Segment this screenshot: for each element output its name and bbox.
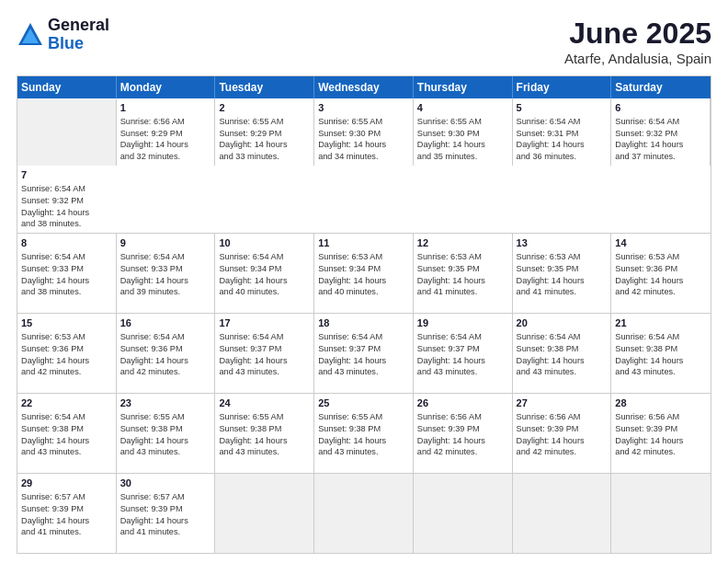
title-location: Atarfe, Andalusia, Spain (564, 51, 711, 66)
header-tuesday: Tuesday (215, 76, 314, 98)
empty-cell (215, 474, 314, 553)
empty-cell (17, 98, 117, 166)
day-20: 20 Sunrise: 6:54 AMSunset: 9:38 PMDaylig… (513, 314, 612, 393)
header-sunday: Sunday (17, 76, 117, 98)
logo-blue: Blue (48, 35, 109, 53)
day-19: 19 Sunrise: 6:54 AMSunset: 9:37 PMDaylig… (414, 314, 513, 393)
day-27: 27 Sunrise: 6:56 AMSunset: 9:39 PMDaylig… (513, 394, 612, 473)
empty-cell (611, 474, 711, 553)
day-15: 15 Sunrise: 6:53 AMSunset: 9:36 PMDaylig… (17, 314, 117, 393)
day-2: 2 Sunrise: 6:55 AMSunset: 9:29 PMDayligh… (215, 98, 314, 166)
day-26: 26 Sunrise: 6:56 AMSunset: 9:39 PMDaylig… (414, 394, 513, 473)
week-row-2: 8 Sunrise: 6:54 AMSunset: 9:33 PMDayligh… (17, 233, 711, 313)
logo-icon (17, 21, 44, 49)
day-24: 24 Sunrise: 6:55 AMSunset: 9:38 PMDaylig… (215, 394, 314, 473)
week-row-1: 1 Sunrise: 6:56 AMSunset: 9:29 PMDayligh… (17, 98, 711, 233)
logo-general: General (48, 17, 109, 35)
title-block: June 2025 Atarfe, Andalusia, Spain (564, 17, 711, 66)
empty-cell (513, 474, 612, 553)
header-thursday: Thursday (414, 76, 513, 98)
calendar: Sunday Monday Tuesday Wednesday Thursday… (17, 75, 711, 554)
day-17: 17 Sunrise: 6:54 AMSunset: 9:37 PMDaylig… (215, 314, 314, 393)
header: General Blue June 2025 Atarfe, Andalusia… (17, 17, 711, 66)
day-9: 9 Sunrise: 6:54 AMSunset: 9:33 PMDayligh… (117, 234, 216, 313)
day-6: 6 Sunrise: 6:54 AMSunset: 9:32 PMDayligh… (611, 98, 711, 166)
header-saturday: Saturday (611, 76, 711, 98)
day-21: 21 Sunrise: 6:54 AMSunset: 9:38 PMDaylig… (611, 314, 711, 393)
day-22: 22 Sunrise: 6:54 AMSunset: 9:38 PMDaylig… (17, 394, 117, 473)
header-wednesday: Wednesday (314, 76, 414, 98)
day-14: 14 Sunrise: 6:53 AMSunset: 9:36 PMDaylig… (611, 234, 711, 313)
header-monday: Monday (117, 76, 216, 98)
day-10: 10 Sunrise: 6:54 AMSunset: 9:34 PMDaylig… (215, 234, 314, 313)
week-row-4: 22 Sunrise: 6:54 AMSunset: 9:38 PMDaylig… (17, 393, 711, 473)
day-7: 7 Sunrise: 6:54 AMSunset: 9:32 PMDayligh… (17, 166, 117, 233)
day-30: 30 Sunrise: 6:57 AMSunset: 9:39 PMDaylig… (117, 474, 216, 553)
title-month: June 2025 (564, 17, 711, 51)
day-28: 28 Sunrise: 6:56 AMSunset: 9:39 PMDaylig… (611, 394, 711, 473)
day-13: 13 Sunrise: 6:53 AMSunset: 9:35 PMDaylig… (513, 234, 612, 313)
day-18: 18 Sunrise: 6:54 AMSunset: 9:37 PMDaylig… (314, 314, 414, 393)
week-row-5: 29 Sunrise: 6:57 AMSunset: 9:39 PMDaylig… (17, 473, 711, 553)
empty-cell (414, 474, 513, 553)
day-11: 11 Sunrise: 6:53 AMSunset: 9:34 PMDaylig… (314, 234, 414, 313)
empty-cell (314, 474, 414, 553)
day-4: 4 Sunrise: 6:55 AMSunset: 9:30 PMDayligh… (414, 98, 513, 166)
day-5: 5 Sunrise: 6:54 AMSunset: 9:31 PMDayligh… (513, 98, 612, 166)
day-12: 12 Sunrise: 6:53 AMSunset: 9:35 PMDaylig… (414, 234, 513, 313)
logo: General Blue (17, 17, 109, 53)
day-3: 3 Sunrise: 6:55 AMSunset: 9:30 PMDayligh… (314, 98, 414, 166)
day-25: 25 Sunrise: 6:55 AMSunset: 9:38 PMDaylig… (314, 394, 414, 473)
day-16: 16 Sunrise: 6:54 AMSunset: 9:36 PMDaylig… (117, 314, 216, 393)
day-23: 23 Sunrise: 6:55 AMSunset: 9:38 PMDaylig… (117, 394, 216, 473)
day-29: 29 Sunrise: 6:57 AMSunset: 9:39 PMDaylig… (17, 474, 117, 553)
page: General Blue June 2025 Atarfe, Andalusia… (0, 0, 728, 563)
logo-text: General Blue (48, 17, 109, 53)
week-row-3: 15 Sunrise: 6:53 AMSunset: 9:36 PMDaylig… (17, 313, 711, 393)
header-friday: Friday (513, 76, 612, 98)
day-1: 1 Sunrise: 6:56 AMSunset: 9:29 PMDayligh… (117, 98, 216, 166)
calendar-header: Sunday Monday Tuesday Wednesday Thursday… (17, 76, 711, 98)
day-8: 8 Sunrise: 6:54 AMSunset: 9:33 PMDayligh… (17, 234, 117, 313)
calendar-body: 1 Sunrise: 6:56 AMSunset: 9:29 PMDayligh… (17, 98, 711, 553)
